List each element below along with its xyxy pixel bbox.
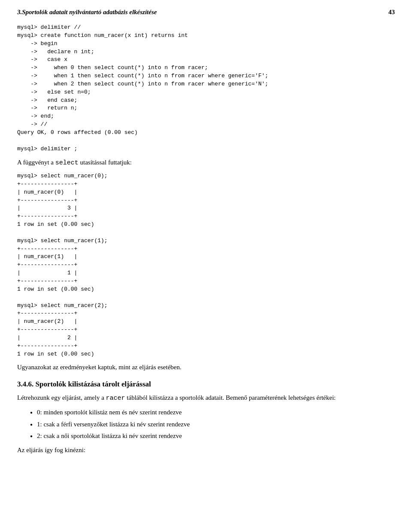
chapter-title: 3.Sportolók adatait nyilvántartó adatbáz…: [17, 9, 380, 16]
page-container: 3.Sportolók adatait nyilvántartó adatbáz…: [17, 9, 395, 455]
description-paragraph: Létrehozunk egy eljárást, amely a racer …: [17, 393, 395, 404]
list-item: 1: csak a férfi versenyzőket listázza ki…: [30, 420, 395, 429]
section-number: 3.4.6.: [17, 380, 33, 388]
racer-keyword: racer: [106, 395, 125, 402]
description-text-2: táblából kilistázza a sportolók adatait.…: [127, 394, 336, 401]
code-block-1: mysql> delimiter // mysql> create functi…: [17, 24, 395, 153]
result-text: Ugyanazokat az eredményeket kaptuk, mint…: [17, 362, 395, 372]
intro-text-2: utasítással futtatjuk:: [80, 159, 132, 166]
footer-text: Az eljárás így fog kinézni:: [17, 445, 395, 455]
list-item: 2: csak a női sportolókat listázza ki né…: [30, 431, 395, 441]
select-keyword: select: [55, 159, 79, 167]
section-title: Sportolók kilistázása tárolt eljárással: [36, 380, 151, 388]
page-number: 43: [388, 9, 395, 16]
intro-paragraph: A függvényt a select utasítással futtatj…: [17, 158, 395, 168]
code-block-2: mysql> select num_racer(0); +-----------…: [17, 172, 395, 358]
section-heading: 3.4.6. Sportolók kilistázása tárolt eljá…: [17, 380, 395, 389]
page-header: 3.Sportolók adatait nyilvántartó adatbáz…: [17, 9, 395, 16]
intro-text-1: A függvényt a: [17, 159, 54, 166]
list-item: 0: minden sportolót kilistáz nem és név …: [30, 407, 395, 417]
description-text-1: Létrehozunk egy eljárást, amely a: [17, 394, 104, 401]
bullet-list: 0: minden sportolót kilistáz nem és név …: [30, 407, 395, 441]
